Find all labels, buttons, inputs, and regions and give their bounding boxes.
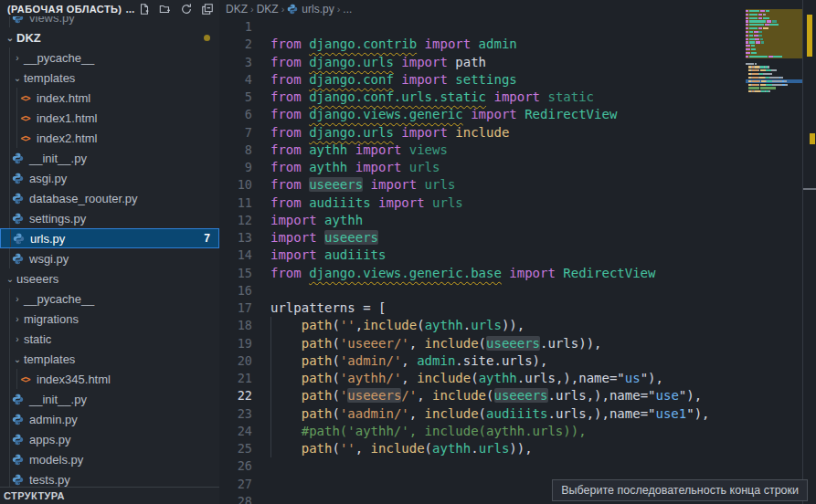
collapse-all-icon[interactable]	[201, 3, 214, 16]
indent-guide	[9, 88, 10, 108]
tree-item-views-py[interactable]: views.py	[0, 16, 219, 27]
code-line-4[interactable]: 4from django.conf import settings	[219, 71, 746, 89]
code-line-5[interactable]: 5from django.conf.urls.static import sta…	[219, 89, 746, 106]
overview-ruler[interactable]	[802, 0, 816, 504]
code-token: import	[270, 213, 324, 227]
code-token: .urls,),name="	[548, 388, 656, 403]
code-line-15[interactable]: 15from django.views.generic.base import …	[219, 265, 746, 282]
tree-item-static[interactable]: ›static	[0, 329, 219, 349]
minimap[interactable]	[746, 0, 802, 504]
chevron-down-icon[interactable]: ⌄	[4, 33, 16, 43]
breadcrumb-item-1[interactable]: DKZ	[257, 3, 279, 16]
chevron-down-icon[interactable]: ⌄	[4, 274, 16, 284]
tree-item-models-py[interactable]: models.py	[0, 449, 219, 469]
code-line-8[interactable]: 8from aythh import views	[219, 142, 746, 159]
code-line-1[interactable]: 1	[219, 18, 746, 36]
tree-item-tests-py[interactable]: tests.py	[0, 469, 219, 487]
code-line-24[interactable]: 24 #path('aythh/', include(aythh.urls)),	[219, 423, 746, 440]
code-line-17[interactable]: 17urlpatterns = [	[219, 299, 746, 317]
code-line-20[interactable]: 20 path('admin/', admin.site.urls),	[219, 352, 746, 370]
code-line-19[interactable]: 19 path('useeer/', include(useeers.urls)…	[219, 335, 746, 352]
tree-item-label: urls.py	[30, 232, 65, 246]
line-text: path('',include(aythh.urls)),	[270, 317, 525, 334]
tree-item-label: __init__.py	[29, 393, 87, 406]
code-line-16[interactable]: 16	[219, 282, 746, 299]
code-line-11[interactable]: 11from audiiits import urls	[219, 194, 746, 212]
more-actions-icon[interactable]: ...	[125, 3, 134, 16]
code-line-6[interactable]: 6from django.views.generic import Redire…	[219, 106, 746, 123]
code-token: (	[425, 441, 432, 456]
tree-item--pycache-[interactable]: ›__pycache__	[0, 47, 219, 68]
indent-guide	[9, 188, 10, 208]
chevron-right-icon[interactable]: ›	[11, 53, 24, 63]
code-line-21[interactable]: 21 path('aythh/', include(aythh.urls,),n…	[219, 370, 746, 387]
code-line-2[interactable]: 2from django.contrib import admin	[219, 36, 746, 53]
breadcrumb-item-2[interactable]: urls.py	[287, 3, 334, 16]
new-folder-icon[interactable]	[159, 3, 172, 16]
tree-item-index345-html[interactable]: <>index345.html	[0, 369, 219, 389]
tree-item--init-py[interactable]: __init__.py	[0, 389, 219, 409]
refresh-icon[interactable]	[180, 3, 193, 16]
line-number: 18	[219, 317, 252, 334]
chevron-right-icon[interactable]: ›	[11, 314, 24, 324]
code-line-22[interactable]: 22 path('useeers/', include(useeers.urls…	[219, 387, 746, 404]
tree-item-database-roouter-py[interactable]: database_roouter.py	[0, 188, 219, 208]
tree-item-apps-py[interactable]: apps.py	[0, 429, 219, 449]
indent-guide	[9, 369, 10, 389]
line-text: from django.urls import path	[270, 54, 486, 71]
chevron-right-icon[interactable]: ›	[11, 294, 24, 304]
chevron-right-icon[interactable]: ›	[11, 334, 24, 344]
breadcrumb-item-3[interactable]: ...	[343, 3, 352, 16]
code-line-23[interactable]: 23 path('aadmin/', include(audiiits.urls…	[219, 405, 746, 423]
python-file-icon	[12, 233, 26, 245]
tree-item-templates[interactable]: ⌄templates	[0, 349, 219, 369]
code-line-26[interactable]: 26	[219, 457, 746, 475]
tree-item--pycache-[interactable]: ›__pycache__	[0, 289, 219, 309]
breadcrumb-item-0[interactable]: DKZ	[226, 3, 248, 16]
line-text: path('aythh/', include(aythh.urls,),name…	[270, 370, 663, 387]
line-text: #path('aythh/', include(aythh.urls)),	[270, 423, 587, 440]
tree-item--init-py[interactable]: __init__.py	[0, 148, 219, 168]
line-number: 15	[219, 265, 252, 282]
code-token	[270, 336, 302, 351]
code-line-14[interactable]: 14import audiiits	[219, 247, 746, 264]
tree-item-asgi-py[interactable]: asgi.py	[0, 168, 219, 188]
code-token: RedirectView	[525, 107, 617, 121]
line-number: 27	[219, 476, 252, 493]
new-file-icon[interactable]	[138, 3, 151, 16]
line-text: from django.conf import settings	[270, 71, 517, 89]
code-token: django.conf	[309, 72, 394, 87]
code-line-12[interactable]: 12import aythh	[219, 212, 746, 229]
code-token: use1	[656, 406, 687, 421]
python-file-icon	[11, 394, 25, 405]
tree-item-templates[interactable]: ⌄templates	[0, 68, 219, 88]
tree-item-dkz[interactable]: ⌄DKZ	[0, 27, 219, 47]
tree-item-index-html[interactable]: <>index.html	[0, 88, 219, 108]
chevron-down-icon[interactable]: ⌄	[11, 73, 24, 83]
code-line-9[interactable]: 9from aythh import urls	[219, 159, 746, 176]
code-line-25[interactable]: 25 path('', include(aythh.urls)),	[219, 440, 746, 457]
code-token: django.urls	[309, 125, 394, 140]
tree-item-settings-py[interactable]: settings.py	[0, 208, 219, 228]
chevron-down-icon[interactable]: ⌄	[11, 354, 24, 364]
tree-item-migrations[interactable]: ›migrations	[0, 309, 219, 329]
tree-item-admin-py[interactable]: admin.py	[0, 409, 219, 429]
line-text: import audiiits	[270, 247, 386, 264]
code-line-13[interactable]: 13import useeers	[219, 229, 746, 247]
code-token: from	[270, 160, 309, 174]
code-line-18[interactable]: 18 path('',include(aythh.urls)),	[219, 317, 746, 334]
code-token: static	[547, 89, 594, 104]
code-line-7[interactable]: 7from django.urls import include	[219, 124, 746, 142]
tree-item-useeers[interactable]: ⌄useeers	[0, 268, 219, 289]
tree-item-index1-html[interactable]: <>index1.html	[0, 108, 219, 128]
code-token: path	[302, 318, 333, 332]
tree-item-urls-py[interactable]: urls.py7	[0, 228, 219, 248]
outline-section-header[interactable]: СТРУКТУРА	[0, 487, 219, 504]
warning-marker-top	[807, 15, 812, 57]
tree-item-index2-html[interactable]: <>index2.html	[0, 128, 219, 148]
python-icon	[12, 16, 24, 24]
code-line-10[interactable]: 10from useeers import urls	[219, 176, 746, 194]
code-line-3[interactable]: 3from django.urls import path	[219, 54, 746, 71]
tree-item-wsgi-py[interactable]: wsgi.py	[0, 248, 219, 268]
code-area[interactable]: 12from django.contrib import admin3from …	[219, 18, 746, 504]
